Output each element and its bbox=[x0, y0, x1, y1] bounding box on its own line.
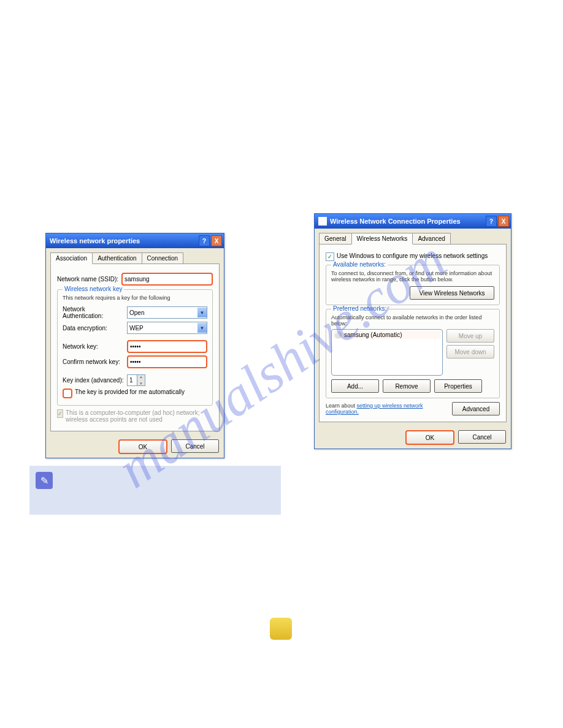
ssid-input[interactable]: samsung bbox=[121, 273, 213, 286]
cancel-button[interactable]: Cancel bbox=[458, 430, 506, 444]
net-auth-label: Network Authentication: bbox=[63, 306, 127, 319]
dialog-buttons: OK Cancel bbox=[315, 427, 511, 449]
help-icon[interactable]: ? bbox=[199, 235, 210, 246]
view-wireless-button[interactable]: View Wireless Networks bbox=[410, 286, 494, 300]
preferred-networks-list[interactable]: ⚪ samsung (Automatic) bbox=[331, 329, 443, 376]
tab-association[interactable]: Association bbox=[50, 252, 93, 264]
tab-advanced[interactable]: Advanced bbox=[412, 233, 450, 244]
movedown-button: Move down bbox=[446, 345, 494, 358]
netkey-input[interactable]: ••••• bbox=[127, 340, 207, 353]
use-windows-label: Use Windows to configure my wireless net… bbox=[337, 252, 488, 259]
data-enc-select[interactable]: WEP ▼ bbox=[127, 322, 207, 334]
moveup-button: Move up bbox=[446, 329, 494, 343]
keyindex-stepper[interactable]: 1 ▲▼ bbox=[127, 374, 145, 386]
net-auth-value: Open bbox=[129, 309, 144, 316]
adhoc-checkbox: ✓ bbox=[57, 409, 63, 418]
ssid-label: Network name (SSID): bbox=[57, 276, 121, 282]
available-legend: Available networks: bbox=[331, 261, 388, 268]
advanced-button[interactable]: Advanced bbox=[452, 402, 500, 415]
titlebar[interactable]: Wireless network properties ? X bbox=[46, 233, 224, 248]
remove-button[interactable]: Remove bbox=[383, 379, 431, 393]
keyindex-label: Key index (advanced): bbox=[63, 377, 127, 384]
preferred-text: Automatically connect to available netwo… bbox=[331, 314, 494, 327]
close-icon[interactable]: X bbox=[498, 216, 509, 227]
tabstrip: Association Authentication Connection bbox=[50, 252, 220, 264]
list-item-label: samsung (Automatic) bbox=[344, 332, 402, 338]
titlebar[interactable]: Wireless Network Connection Properties ?… bbox=[315, 214, 511, 229]
ok-button[interactable]: OK bbox=[118, 439, 167, 454]
list-item[interactable]: ⚪ samsung (Automatic) bbox=[333, 331, 441, 339]
wireless-properties-dialog: Wireless network properties ? X Associat… bbox=[45, 233, 224, 458]
data-enc-value: WEP bbox=[129, 325, 144, 332]
available-networks-group: Available networks: To connect to, disco… bbox=[326, 265, 500, 305]
help-icon[interactable]: ? bbox=[486, 216, 497, 227]
properties-button[interactable]: Properties bbox=[434, 379, 482, 393]
dialog-title: Wireless Network Connection Properties bbox=[330, 218, 484, 225]
stepper-arrows[interactable]: ▲▼ bbox=[137, 374, 145, 386]
autokey-checkbox[interactable] bbox=[63, 389, 72, 398]
note-callout: ✎ bbox=[29, 466, 281, 515]
learn-about-text: Learn about setting up wireless network … bbox=[326, 403, 447, 415]
page-number-badge bbox=[270, 618, 292, 640]
adhoc-label: This is a computer-to-computer (ad hoc) … bbox=[66, 409, 213, 423]
data-enc-label: Data encryption: bbox=[63, 325, 127, 332]
network-icon: ⚪ bbox=[334, 332, 342, 338]
cancel-button[interactable]: Cancel bbox=[171, 439, 219, 453]
confkey-label: Confirm network key: bbox=[63, 358, 127, 365]
requires-key-text: This network requires a key for the foll… bbox=[63, 295, 207, 301]
confkey-input[interactable]: ••••• bbox=[127, 355, 207, 368]
tab-connection[interactable]: Connection bbox=[142, 252, 184, 264]
add-button[interactable]: Add... bbox=[331, 379, 379, 393]
use-windows-checkbox[interactable]: ✓ bbox=[326, 252, 334, 261]
dialog-title: Wireless network properties bbox=[50, 237, 197, 245]
close-icon[interactable]: X bbox=[211, 235, 222, 246]
tabpanel: Network name (SSID): samsung Wireless ne… bbox=[50, 264, 220, 431]
ok-button[interactable]: OK bbox=[405, 430, 454, 445]
note-icon: ✎ bbox=[36, 472, 53, 489]
tab-authentication[interactable]: Authentication bbox=[92, 252, 142, 264]
chevron-down-icon: ▼ bbox=[197, 308, 207, 317]
app-icon bbox=[318, 217, 327, 226]
tab-wireless-networks[interactable]: Wireless Networks bbox=[351, 233, 413, 245]
available-text: To connect to, disconnect from, or find … bbox=[331, 270, 494, 282]
preferred-networks-group: Preferred networks: Automatically connec… bbox=[326, 309, 500, 398]
wireless-connection-properties-dialog: Wireless Network Connection Properties ?… bbox=[314, 213, 511, 449]
tab-general[interactable]: General bbox=[319, 233, 352, 244]
net-auth-select[interactable]: Open ▼ bbox=[127, 306, 207, 319]
tabstrip: General Wireless Networks Advanced bbox=[319, 233, 507, 244]
netkey-label: Network key: bbox=[63, 343, 127, 350]
chevron-down-icon: ▼ bbox=[197, 323, 207, 333]
dialog-buttons: OK Cancel bbox=[46, 436, 224, 458]
preferred-legend: Preferred networks: bbox=[331, 305, 388, 312]
wireless-key-group: Wireless network key This network requir… bbox=[57, 289, 213, 406]
keyindex-value: 1 bbox=[127, 374, 137, 386]
tabpanel: ✓ Use Windows to configure my wireless n… bbox=[319, 244, 507, 422]
group-legend: Wireless network key bbox=[63, 286, 124, 292]
autokey-label: The key is provided for me automatically bbox=[75, 389, 185, 395]
